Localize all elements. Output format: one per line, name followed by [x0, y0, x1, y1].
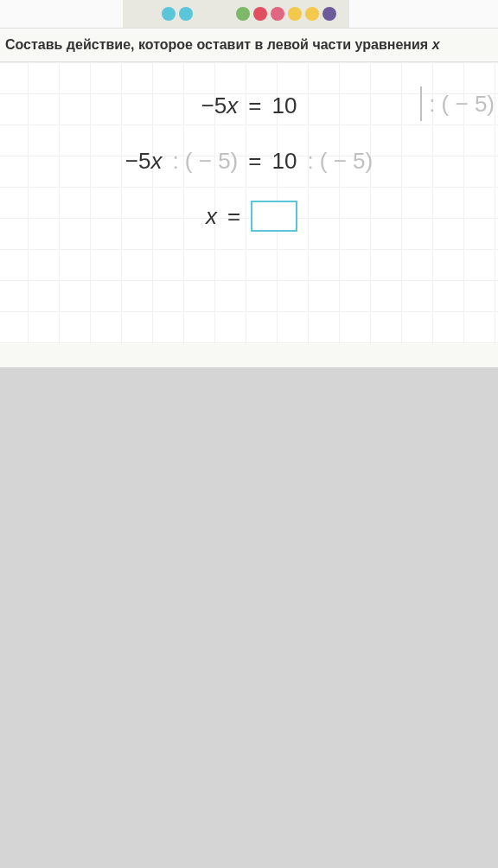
- equation-line-1: −5x = 10: [0, 88, 498, 123]
- footer-strip: [0, 344, 498, 368]
- dot-icon: [236, 7, 250, 21]
- equation-line-2: −5x : ( − 5) = 10 : ( − 5): [0, 144, 498, 178]
- dot-icon: [253, 7, 267, 21]
- dot-icon: [322, 7, 336, 21]
- progress-bar: [0, 0, 498, 28]
- equation-area: : ( − 5) −5x = 10 −5x : ( − 5) = 10 : ( …: [0, 62, 498, 233]
- answer-input[interactable]: [251, 201, 297, 232]
- dots-right: [236, 7, 336, 21]
- workspace: : ( − 5) −5x = 10 −5x : ( − 5) = 10 : ( …: [0, 62, 498, 344]
- dot-icon: [271, 7, 284, 21]
- equation-line-3: x =: [0, 199, 498, 233]
- dots-left: [162, 7, 193, 21]
- dot-icon: [179, 7, 193, 21]
- instruction-text: Составь действие, которое оставит в лево…: [5, 37, 440, 52]
- dot-icon: [162, 7, 176, 21]
- dot-icon: [288, 7, 302, 21]
- instruction-bar: Составь действие, которое оставит в лево…: [0, 28, 498, 62]
- dot-icon: [305, 7, 319, 21]
